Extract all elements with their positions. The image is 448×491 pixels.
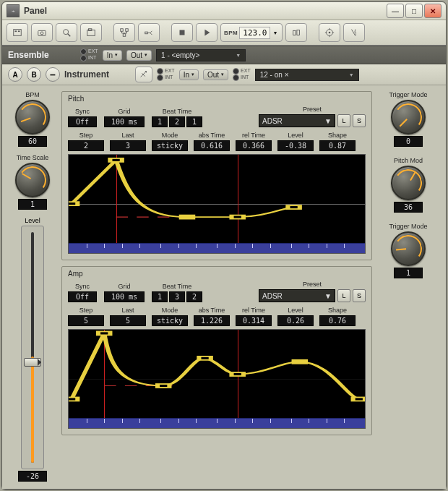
panel-window: ⌁ Panel — □ ✕ BPM 123.0 ▾ i Ensemble [1, 1, 447, 490]
instrument-out-button[interactable]: Out▾ [203, 69, 228, 80]
bpm-knob[interactable]: BPM 60 [15, 91, 50, 147]
pitch-preset-load[interactable]: L [337, 114, 350, 127]
info-button[interactable]: i [343, 23, 365, 42]
pitch-mod-knob[interactable]: Pitch Mod 36 [391, 157, 426, 213]
amp-envelope-section: Amp SyncOff Grid100 ms Beat Time 1 3 2 P… [61, 266, 372, 435]
amp-preset: Preset ADSR▼ L S [259, 281, 366, 302]
bpm-field[interactable]: BPM 123.0 ▾ [220, 23, 283, 42]
ensemble-preset-dropdown[interactable]: 1 - <empty>▼ [156, 49, 246, 61]
minimize-button[interactable]: — [387, 4, 404, 18]
pitch-level[interactable]: Level-0.38 [277, 132, 314, 151]
ensemble-out-button[interactable]: Out▾ [126, 50, 152, 61]
amp-preset-dropdown[interactable]: ADSR▼ [259, 289, 335, 302]
amp-ruler [69, 418, 365, 428]
svg-rect-2 [18, 30, 20, 32]
compare-a-button[interactable]: A [8, 67, 22, 82]
bpm-dropdown-icon[interactable]: ▾ [272, 30, 279, 36]
pitch-legend: Pitch [68, 95, 366, 103]
svg-rect-26 [181, 215, 193, 219]
amp-mode[interactable]: Modesticky [152, 307, 188, 326]
pitch-preset-dropdown[interactable]: ADSR▼ [259, 114, 335, 127]
pitch-step[interactable]: Step2 [68, 132, 104, 151]
amp-grid[interactable]: Grid100 ms [104, 283, 145, 302]
amp-abstime[interactable]: abs Time1.226 [194, 307, 230, 326]
pitch-grid[interactable]: Grid 100 ms [104, 108, 145, 127]
svg-rect-15 [293, 30, 296, 35]
zoom-button[interactable] [56, 23, 77, 42]
svg-rect-31 [158, 384, 169, 388]
pitch-beattime[interactable]: Beat Time 1 2 1 [152, 108, 202, 127]
app-icon: ⌁ [7, 4, 20, 17]
trigger-mode-2-knob[interactable]: Trigger Mode 1 [389, 223, 427, 278]
titlebar[interactable]: ⌁ Panel — □ ✕ [2, 2, 446, 20]
svg-point-5 [64, 30, 69, 35]
timescale-knob[interactable]: Time Scale 1 [15, 154, 50, 210]
amp-sync[interactable]: SyncOff [68, 283, 97, 302]
svg-rect-28 [288, 205, 299, 209]
window-title: Panel [24, 6, 387, 16]
svg-rect-1 [15, 30, 17, 32]
pitch-ruler [69, 243, 365, 253]
browser-button[interactable] [80, 23, 102, 42]
audio-options-button[interactable] [285, 23, 307, 42]
svg-rect-0 [14, 30, 22, 36]
pitch-preset-save[interactable]: S [353, 114, 366, 127]
stop-button[interactable] [171, 23, 193, 42]
pitch-preset: Preset ADSR▼ L S [259, 106, 366, 127]
maximize-button[interactable]: □ [405, 4, 423, 18]
svg-rect-12 [145, 32, 148, 34]
amp-preset-save[interactable]: S [353, 289, 366, 302]
instrument-bar: A B – Instrument EXT INT In▾ Out▾ EXT IN… [2, 64, 446, 85]
svg-rect-29 [69, 397, 77, 401]
instrument-extint-midi[interactable]: EXT INT [233, 68, 251, 81]
svg-rect-10 [126, 29, 129, 32]
main-toolbar: BPM 123.0 ▾ i [2, 20, 446, 46]
svg-rect-30 [98, 331, 110, 335]
structure-button[interactable] [113, 23, 135, 42]
amp-step[interactable]: Step5 [68, 307, 104, 326]
amp-beattime[interactable]: Beat Time 1 3 2 [152, 283, 202, 302]
svg-rect-33 [232, 372, 244, 376]
pitch-last[interactable]: Last3 [110, 132, 146, 151]
midi-learn-button[interactable] [319, 23, 340, 42]
svg-rect-25 [110, 158, 121, 162]
pitch-reltime[interactable]: rel Time0.366 [236, 132, 272, 151]
settings-button[interactable] [135, 67, 152, 82]
amp-preset-load[interactable]: L [337, 289, 350, 302]
close-button[interactable]: ✕ [424, 4, 441, 18]
route-button[interactable] [138, 23, 160, 42]
trigger-mode-1-knob[interactable]: Trigger Mode 0 [389, 91, 427, 147]
amp-reltime[interactable]: rel Time0.314 [236, 307, 272, 326]
pitch-sync[interactable]: Sync Off [68, 108, 97, 127]
pitch-mode[interactable]: Modesticky [152, 132, 188, 151]
snapshot-button[interactable] [31, 23, 53, 42]
instrument-label: Instrument [64, 69, 131, 80]
level-slider[interactable]: Level -26 [18, 217, 47, 482]
amp-shape[interactable]: Shape0.76 [319, 307, 356, 326]
ensemble-extint[interactable]: EXT INT [80, 48, 98, 61]
svg-point-4 [40, 32, 43, 35]
bpm-value[interactable]: 123.0 [239, 27, 270, 39]
panel-body: BPM 60 Time Scale 1 Level -26 [2, 85, 446, 489]
collapse-button[interactable]: – [46, 67, 60, 82]
play-button[interactable] [196, 23, 217, 42]
view-panel-button[interactable] [7, 23, 28, 42]
instrument-preset-dropdown[interactable]: 12 - on ×▼ [255, 69, 359, 81]
amp-last[interactable]: Last5 [110, 307, 146, 326]
amp-envelope-graph[interactable] [68, 329, 366, 429]
svg-rect-11 [123, 34, 126, 37]
pitch-abstime[interactable]: abs Time0.616 [194, 132, 230, 151]
instrument-extint-audio[interactable]: EXT INT [157, 68, 175, 81]
right-column: Trigger Mode 0 Pitch Mod 36 Trigger Mode… [378, 91, 439, 482]
amp-level[interactable]: Level0.26 [277, 307, 314, 326]
pitch-shape[interactable]: Shape0.87 [319, 132, 356, 151]
ensemble-bar: Ensemble EXT INT In▾ Out▾ 1 - <empty>▼ [2, 46, 446, 64]
instrument-in-button[interactable]: In▾ [179, 69, 199, 80]
ensemble-in-button[interactable]: In▾ [103, 50, 122, 61]
pitch-envelope-section: Pitch Sync Off Grid 100 ms Beat Time 1 [61, 91, 372, 260]
pitch-envelope-graph[interactable] [68, 154, 366, 254]
svg-rect-27 [232, 215, 244, 219]
compare-b-button[interactable]: B [27, 67, 41, 82]
bpm-label: BPM [224, 30, 238, 36]
svg-text:i: i [356, 31, 357, 36]
